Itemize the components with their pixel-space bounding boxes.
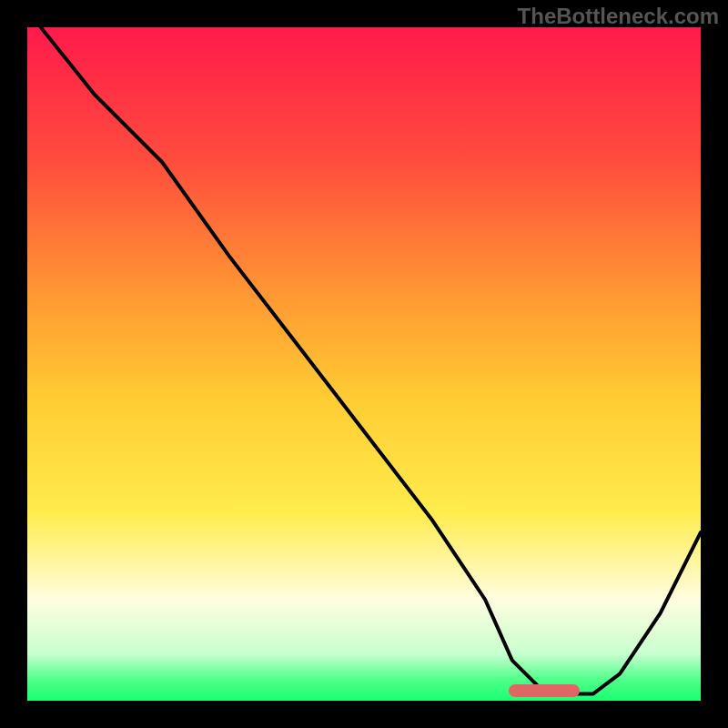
watermark-text: TheBottleneck.com <box>518 4 719 29</box>
curve-layer <box>27 27 701 701</box>
optimum-marker <box>509 684 580 697</box>
chart-container: TheBottleneck.com <box>0 0 728 728</box>
plot-area <box>27 27 701 701</box>
bottleneck-curve <box>41 27 701 694</box>
